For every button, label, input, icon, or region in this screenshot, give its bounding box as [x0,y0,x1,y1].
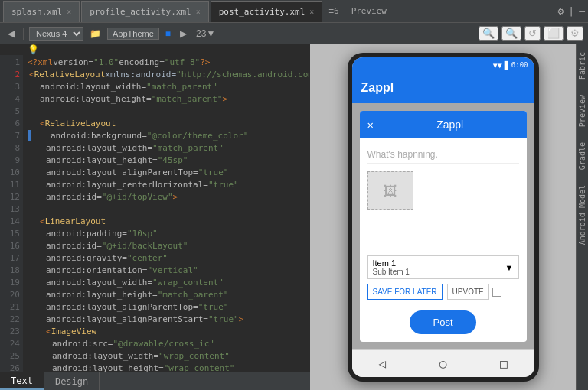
phone-nav-bar: ◁ ○ □ [352,349,534,377]
code-line: <RelativeLayout xmlns:android="http://sc… [28,69,305,81]
preview-panel[interactable]: Preview [577,87,588,135]
dialog-close-icon[interactable]: ✕ [368,119,374,131]
nav-home-icon[interactable]: ○ [439,356,447,371]
right-icons: 🔍 🔍 ↺ ⬜ ⚙ [479,26,583,41]
phone-app-bar: Zappl [352,73,534,103]
battery-icon: ▊ [505,61,509,70]
image-icon: 🖼 [384,183,397,199]
line-num: 1 [0,57,20,69]
chevron-down-icon: ▼ [505,263,514,272]
dropdown-section: Item 1 Sub Item 1 ▼ SAVE FOR LATER [368,255,519,334]
dialog-box: ✕ Zappl What's hapnning. 🖼 [360,111,527,342]
upvote-checkbox[interactable] [492,288,501,297]
post-button-row: Post [368,306,519,334]
minimize-icon[interactable]: — [579,5,585,17]
fabric-panel[interactable]: Fabric [577,44,588,87]
tab-profile-activity[interactable]: profile_activity.xml × [81,1,208,22]
back-button[interactable]: ◀ [5,27,18,41]
separator [23,28,24,40]
line-num: 12 [0,191,20,203]
upvote-area: UPVOTE [447,284,501,300]
status-icons: ▼▼ ▊ 6:00 [493,61,528,70]
line-num: 10 [0,167,20,179]
tab-label: post_activity.xml [219,7,305,17]
code-line: android:layout_width="match_parent" [28,142,305,154]
bottom-tab-bar: Text Design [0,372,310,390]
whats-happening-text[interactable]: What's hapnning. [368,146,519,164]
item-dropdown[interactable]: Item 1 Sub Item 1 ▼ [368,255,519,279]
tab-overflow[interactable]: ≡6 [324,6,343,16]
dropdown-item-label: Item 1 [373,258,410,268]
dialog-overlay: ✕ Zappl What's hapnning. 🖼 [352,103,534,349]
preview-area: ▼▼ ▊ 6:00 Zappl ✕ [310,44,576,390]
line-num: 18 [0,265,20,277]
phone-status-bar: ▼▼ ▊ 6:00 [352,57,534,73]
line-num: 5 [0,106,20,118]
refresh-icon[interactable]: ↺ [524,26,541,41]
line-num: 25 [0,350,20,362]
dialog-title-bar: ✕ Zappl [360,111,527,138]
settings-icon[interactable]: ⚙ [558,5,564,17]
vertical-side-tabs: Fabric Preview Gradle Android Model [576,44,588,390]
line-num: 21 [0,301,20,314]
zoom-in-icon[interactable]: 🔍 [501,26,521,41]
bulb-row: 💡 [0,44,310,55]
line-num: 13 [0,203,20,216]
save-for-later-button[interactable]: SAVE FOR LATER [368,284,443,300]
gear-icon[interactable]: ⚙ [567,26,583,41]
gradle-panel[interactable]: Gradle [577,135,588,177]
nav-recent-icon[interactable]: □ [500,356,508,371]
code-line: android:layout_alignParentTop="true" [28,167,305,179]
code-line [28,203,305,216]
code-line: android:orientation="vertical" [28,265,305,277]
zoom-out-icon[interactable]: 🔍 [479,26,498,41]
color-swatch-icon[interactable]: ■ [162,27,174,41]
tab-post-activity[interactable]: post_activity.xml × [211,1,323,22]
code-line: android:layout_height="wrap_content" [28,362,305,372]
code-line: <ImageView [28,326,305,338]
line-num: 2 [0,69,20,81]
android-model-panel[interactable]: Android Model [577,177,588,252]
code-line: android:id="@+id/backLayout" [28,240,305,252]
code-line: android:layout_width="wrap_content" [28,277,305,289]
code-line: <LinearLayout [28,216,305,228]
wifi-icon: ▼▼ [493,61,502,70]
tab-splash-xml[interactable]: splash.xml × [3,1,80,22]
image-placeholder: 🖼 [368,171,413,210]
code-line: android:layout_alignParentTop="true" [28,301,305,314]
line-num: 17 [0,252,20,265]
dialog-content: What's hapnning. 🖼 Item 1 S [360,138,527,342]
upvote-button[interactable]: UPVOTE [447,284,489,300]
code-line: android:gravity="center" [28,252,305,265]
line-num: 16 [0,240,20,252]
layout-icon[interactable]: ⬜ [544,26,564,41]
line-num: 24 [0,338,20,350]
line-num: 22 [0,314,20,326]
code-line: android:padding="10sp" [28,228,305,240]
code-line: android:layout_width="match_parent" [28,81,305,93]
close-icon[interactable]: × [196,8,201,16]
code-line: android:layout_height="match_parent"> [28,93,305,106]
device-dropdown[interactable]: Nexus 4 Nexus 5 Pixel 3 [29,27,83,41]
code-line [28,106,305,118]
code-line: <RelativeLayout [28,118,305,130]
folder-icon[interactable]: 📁 [87,27,104,41]
close-icon[interactable]: × [67,8,71,16]
line-num: 14 [0,216,20,228]
play-icon[interactable]: ▶ [177,27,190,41]
editor-area: 💡 1 2 3 4 5 6 7 8 9 10 11 12 13 14 15 16… [0,44,310,390]
close-icon[interactable]: × [309,8,314,16]
tab-bar: splash.xml × profile_activity.xml × post… [0,0,588,23]
tab-text[interactable]: Text [0,372,44,390]
line-numbers: 1 2 3 4 5 6 7 8 9 10 11 12 13 14 15 16 1… [0,55,23,372]
code-line: android:layout_centerHorizontal="true" [28,179,305,191]
post-button[interactable]: Post [410,310,475,334]
phone-device: ▼▼ ▊ 6:00 Zappl ✕ [348,53,539,382]
line-num: 19 [0,277,20,289]
app-theme-button[interactable]: AppTheme [107,28,159,40]
line-num: 11 [0,179,20,191]
tab-design[interactable]: Design [44,372,100,390]
code-content[interactable]: <?xml version="1.0" encoding="utf-8"?> <… [23,55,310,372]
nav-back-icon[interactable]: ◁ [378,356,386,371]
line-num: 26 [0,362,20,372]
